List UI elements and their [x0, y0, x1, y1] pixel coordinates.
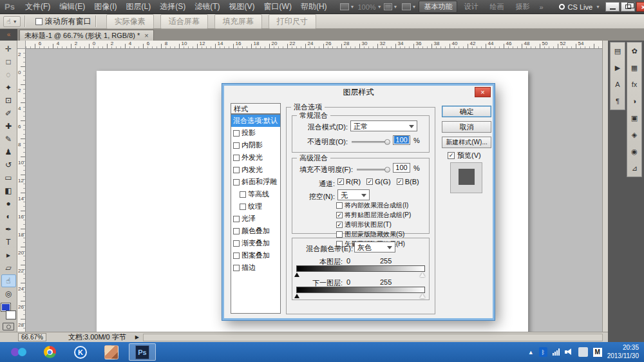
channel-checkbox-1[interactable]: ✓G(G): [366, 178, 390, 186]
kugou-app-icon[interactable]: K: [67, 343, 94, 361]
status-zoom-field[interactable]: 66.67%: [18, 333, 46, 341]
crop-tool[interactable]: ⊡: [1, 94, 16, 107]
checkbox-icon[interactable]: [240, 191, 246, 198]
advanced-checkbox-2[interactable]: ✓透明形状图层(T): [336, 220, 411, 229]
style-item-9[interactable]: 渐变叠加: [231, 237, 280, 249]
preview-checkbox[interactable]: ✓ 预览(V): [448, 151, 481, 160]
underlying-layer-white-marker[interactable]: [420, 294, 425, 298]
opacity-slider[interactable]: [352, 141, 388, 143]
workspace-button-1[interactable]: 设计: [459, 1, 483, 13]
panel-masks-icon[interactable]: ▣: [629, 113, 640, 123]
style-item-selected[interactable]: 混合选项:默认: [231, 115, 280, 127]
network-signal-icon[interactable]: [553, 348, 560, 356]
zoom-level-caret[interactable]: ▼: [377, 5, 382, 9]
view-button-3[interactable]: 打印尺寸: [269, 14, 316, 29]
eraser-tool[interactable]: ▭: [1, 171, 16, 184]
vertical-scrollbar[interactable]: [602, 41, 608, 332]
checkbox-icon[interactable]: [233, 179, 240, 186]
status-options-arrow-icon[interactable]: ▶: [135, 334, 139, 340]
style-item-5[interactable]: 等高线: [231, 188, 280, 200]
style-item-11[interactable]: 描边: [231, 262, 280, 274]
m-tray-icon[interactable]: M: [593, 348, 602, 357]
this-layer-black-marker[interactable]: [294, 272, 299, 277]
view-button-0[interactable]: 实际像素: [106, 14, 154, 29]
path-selection-tool[interactable]: ▸: [1, 249, 16, 262]
menu-item-5[interactable]: 滤镜(T): [190, 1, 224, 12]
hand-tool[interactable]: ☝: [1, 274, 16, 287]
bluetooth-icon[interactable]: ᛒ: [539, 347, 547, 357]
menu-item-0[interactable]: 文件(F): [21, 1, 55, 12]
checkbox-icon[interactable]: [233, 130, 240, 137]
fill-opacity-slider-thumb[interactable]: [384, 167, 390, 173]
menu-item-6[interactable]: 视图(V): [225, 1, 260, 12]
gradient-tool[interactable]: ◧: [1, 184, 16, 197]
advanced-checkbox-0[interactable]: 将内部效果混合成组(I): [336, 201, 411, 210]
checkbox-icon[interactable]: [233, 265, 240, 271]
arrange-documents-icon[interactable]: ▼: [384, 3, 398, 10]
panel-character-icon[interactable]: A: [612, 79, 623, 90]
quick-mask-icon[interactable]: [3, 323, 14, 330]
zoom-tool[interactable]: ◎: [1, 287, 16, 300]
close-button[interactable]: ×: [636, 2, 644, 12]
checkbox-icon[interactable]: [233, 228, 240, 234]
blend-if-select[interactable]: 灰色: [354, 242, 395, 252]
move-tool[interactable]: ✛: [1, 43, 16, 55]
panel-styles-icon[interactable]: fx: [629, 79, 640, 90]
screen-mode-icon[interactable]: ▼: [402, 3, 417, 10]
pen-tool[interactable]: ✒: [1, 223, 16, 236]
panel-actions-icon[interactable]: ▶: [612, 62, 623, 73]
dodge-tool[interactable]: ◐: [1, 210, 16, 223]
chrome-app-icon[interactable]: [36, 343, 63, 361]
volume-icon[interactable]: [565, 348, 573, 356]
lasso-tool[interactable]: ◌: [1, 68, 16, 81]
style-item-2[interactable]: 外发光: [231, 151, 280, 164]
shape-tool[interactable]: ▱: [1, 262, 16, 274]
dialog-close-button[interactable]: ×: [475, 87, 491, 97]
checkbox-icon[interactable]: [233, 167, 240, 173]
collapse-panels-icon[interactable]: «: [0, 29, 17, 41]
panel-color-icon[interactable]: ✿: [629, 46, 640, 56]
zoom-level[interactable]: 100%: [358, 3, 376, 11]
menu-item-1[interactable]: 编辑(E): [55, 1, 90, 12]
panel-layers-icon[interactable]: ◈: [629, 129, 640, 140]
restore-button[interactable]: [621, 2, 635, 12]
view-button-2[interactable]: 填充屏幕: [214, 14, 262, 29]
type-tool[interactable]: T: [1, 236, 16, 249]
hand-tool-preset-icon[interactable]: ☝▼: [3, 16, 21, 27]
marquee-tool[interactable]: □: [1, 55, 16, 68]
clone-stamp-tool[interactable]: ♟: [1, 146, 16, 158]
style-item-4[interactable]: 斜面和浮雕: [231, 176, 280, 188]
panel-channels-icon[interactable]: ◉: [629, 146, 640, 157]
opacity-slider-thumb[interactable]: [384, 139, 390, 145]
underlying-layer-gradient-bar[interactable]: [296, 287, 425, 293]
checkbox-icon[interactable]: [233, 216, 240, 222]
minimize-button[interactable]: [605, 2, 620, 12]
fill-opacity-slider[interactable]: [357, 169, 388, 171]
panel-paths-icon[interactable]: ⊿: [629, 163, 640, 173]
menu-item-4[interactable]: 选择(S): [155, 1, 190, 12]
menu-item-7[interactable]: 窗口(W): [260, 1, 296, 12]
workspace-overflow-button[interactable]: »: [535, 3, 547, 11]
opacity-input[interactable]: 100: [393, 135, 410, 145]
blend-mode-select[interactable]: 正常: [350, 120, 417, 131]
ime-indicator-icon[interactable]: [578, 347, 588, 357]
taskbar-clock[interactable]: 20:35 2013/11/30: [607, 344, 639, 360]
fill-opacity-input[interactable]: 100: [393, 163, 410, 173]
menu-item-3[interactable]: 图层(L): [122, 1, 156, 12]
menu-item-2[interactable]: 图像(I): [90, 1, 121, 12]
panel-info-icon[interactable]: ▤: [612, 46, 623, 56]
view-button-1[interactable]: 适合屏幕: [160, 14, 208, 29]
view-extras-icon[interactable]: ▼: [340, 3, 355, 10]
background-color-swatch[interactable]: [6, 311, 15, 319]
brush-tool[interactable]: ✎: [1, 133, 16, 146]
style-item-7[interactable]: 光泽: [231, 213, 280, 225]
scroll-all-windows-checkbox[interactable]: 滚动所有窗口: [35, 16, 91, 27]
channel-checkbox-0[interactable]: ✓R(R): [337, 178, 361, 186]
cs-live-button[interactable]: CS Live▼: [559, 3, 600, 11]
healing-brush-tool[interactable]: ✚: [1, 120, 16, 133]
foreground-color-swatch[interactable]: [1, 303, 10, 311]
style-item-1[interactable]: 内阴影: [231, 139, 280, 151]
panel-paragraph-icon[interactable]: ¶: [612, 96, 623, 106]
checkbox-icon[interactable]: [233, 252, 240, 259]
style-item-0[interactable]: 投影: [231, 127, 280, 139]
